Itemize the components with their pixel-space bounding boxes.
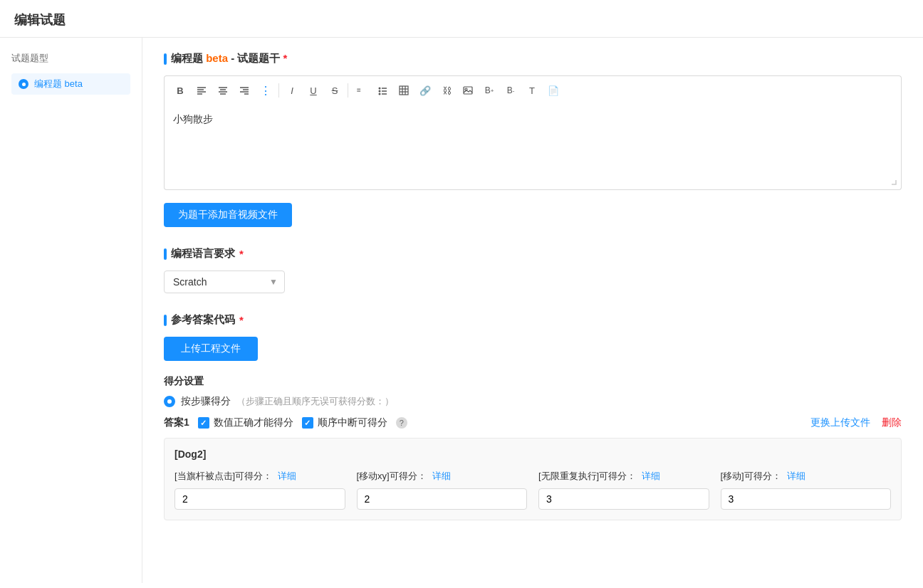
checkbox-correct-icon[interactable]	[198, 417, 209, 429]
score-option-label: 按步骤得分	[181, 395, 231, 408]
score-col-2: [无限重复执行]可得分： 详细	[538, 470, 709, 510]
upload-file-button[interactable]: 上传工程文件	[164, 337, 258, 361]
sidebar-item-coding-beta[interactable]: 编程题 beta	[11, 73, 130, 95]
score-col-header-2: [无限重复执行]可得分： 详细	[538, 470, 709, 483]
score-setting-title: 得分设置	[164, 375, 902, 388]
score-col-label-0: [当旗杆被点击]可得分：	[174, 470, 272, 483]
dog-block-title: [Dog2]	[174, 448, 891, 460]
score-col-header-0: [当旗杆被点击]可得分： 详细	[174, 470, 345, 483]
toolbar-indent[interactable]: ⋮	[256, 80, 276, 100]
toolbar-subscript[interactable]: B-	[501, 80, 521, 100]
question-stem-label: 编程题 beta - 试题题干 *	[171, 52, 287, 65]
score-col-1: [移动xy]可得分： 详细	[357, 470, 528, 510]
section-language: 编程语言要求 * Scratch Python C++ Java ▼	[164, 247, 902, 293]
toolbar-underline[interactable]: U	[303, 80, 323, 100]
question-stem-title: 编程题 beta - 试题题干 *	[164, 52, 902, 65]
main-content: 编程题 beta - 试题题干 * B ⋮ I U S	[142, 38, 923, 583]
page-title: 编辑试题	[14, 11, 909, 28]
score-input-1[interactable]	[357, 488, 528, 510]
toolbar-unordered-list[interactable]	[372, 80, 392, 100]
checkbox-correct-value: 数值正确才能得分	[198, 416, 293, 429]
score-setting: 得分设置 按步骤得分 （步骤正确且顺序无误可获得分数：）	[164, 375, 902, 408]
score-col-header-1: [移动xy]可得分： 详细	[357, 470, 528, 483]
score-detail-link-3[interactable]: 详细	[787, 470, 805, 483]
editor-wrapper: 小狗散步	[164, 105, 902, 190]
score-option-row: 按步骤得分 （步骤正确且顺序无误可获得分数：）	[164, 395, 902, 408]
svg-point-15	[379, 90, 381, 93]
score-input-0[interactable]	[174, 488, 345, 510]
editor-content-area[interactable]: 小狗散步	[164, 105, 902, 190]
score-col-0: [当旗杆被点击]可得分： 详细	[174, 470, 345, 510]
score-input-3[interactable]	[721, 488, 892, 510]
toolbar-unlink[interactable]: ⛓	[437, 80, 457, 100]
checkbox-break-label: 顺序中断可得分	[318, 416, 387, 429]
toolbar-text-format[interactable]: T	[522, 80, 542, 100]
score-col-header-3: [移动]可得分： 详细	[721, 470, 892, 483]
editor-toolbar: B ⋮ I U S ≡	[164, 75, 902, 105]
resize-handle	[890, 179, 900, 189]
score-detail-link-1[interactable]: 详细	[432, 470, 451, 483]
score-option-hint: （步骤正确且顺序无误可获得分数：）	[236, 395, 394, 408]
section-answer-code: 参考答案代码 * 上传工程文件 得分设置 按步骤得分 （步骤正确且顺序无误可获得…	[164, 313, 902, 520]
score-detail-link-0[interactable]: 详细	[278, 470, 296, 483]
sidebar-radio-icon	[19, 79, 28, 89]
score-col-3: [移动]可得分： 详细	[721, 470, 892, 510]
score-col-label-1: [移动xy]可得分：	[357, 470, 427, 483]
toolbar-strikethrough[interactable]: S	[325, 80, 345, 100]
page-header: 编辑试题	[0, 0, 923, 38]
toolbar-link[interactable]: 🔗	[415, 80, 435, 100]
dog-block: [Dog2] [当旗杆被点击]可得分： 详细 [移动xy]可得分： 详细	[164, 438, 902, 520]
add-media-button[interactable]: 为题干添加音视频文件	[164, 203, 292, 227]
sidebar-label: 试题题型	[11, 52, 130, 65]
score-radio-icon	[164, 396, 175, 407]
checkbox-break-order: 顺序中断可得分	[302, 416, 387, 429]
editor-text: 小狗散步	[173, 113, 213, 125]
language-select[interactable]: Scratch Python C++ Java	[164, 271, 285, 293]
toolbar-table[interactable]	[394, 80, 414, 100]
answer-code-title: 参考答案代码 *	[164, 313, 902, 327]
toolbar-image[interactable]	[458, 80, 478, 100]
delete-link[interactable]: 删除	[882, 416, 902, 429]
answer-label: 答案1	[164, 416, 189, 429]
toolbar-align-left[interactable]	[192, 80, 212, 100]
score-input-2[interactable]	[538, 488, 709, 510]
checkbox-break-icon[interactable]	[302, 417, 313, 429]
score-col-label-3: [移动]可得分：	[721, 470, 781, 483]
sidebar-item-label: 编程题 beta	[34, 78, 83, 90]
replace-file-link[interactable]: 更换上传文件	[810, 416, 870, 429]
svg-rect-19	[400, 86, 408, 95]
layout: 试题题型 编程题 beta 编程题 beta - 试题题干 * B	[0, 38, 923, 583]
score-detail-link-2[interactable]: 详细	[642, 470, 660, 483]
toolbar-align-right[interactable]	[234, 80, 254, 100]
toolbar-align-center[interactable]	[213, 80, 233, 100]
svg-text:≡: ≡	[357, 86, 361, 94]
language-title: 编程语言要求 *	[164, 247, 902, 261]
section-question-stem: 编程题 beta - 试题题干 * B ⋮ I U S	[164, 52, 902, 190]
svg-point-13	[379, 88, 381, 90]
action-links: 更换上传文件 删除	[810, 416, 902, 429]
toolbar-sep-1	[278, 83, 279, 98]
toolbar-sep-2	[348, 83, 348, 98]
svg-point-17	[379, 93, 381, 95]
score-grid: [当旗杆被点击]可得分： 详细 [移动xy]可得分： 详细	[174, 470, 891, 510]
toolbar-bold[interactable]: B	[170, 80, 190, 100]
sidebar: 试题题型 编程题 beta	[0, 38, 142, 583]
toolbar-file[interactable]: 📄	[543, 80, 563, 100]
toolbar-italic[interactable]: I	[282, 80, 302, 100]
toolbar-ordered-list[interactable]: ≡	[351, 80, 371, 100]
answer-row: 答案1 数值正确才能得分 顺序中断可得分 ? 更换上传文件 删除	[164, 416, 902, 429]
section-add-media: 为题干添加音视频文件	[164, 203, 902, 227]
help-icon[interactable]: ?	[396, 417, 407, 429]
score-col-label-2: [无限重复执行]可得分：	[538, 470, 636, 483]
language-dropdown-wrapper: Scratch Python C++ Java ▼	[164, 271, 285, 293]
svg-rect-24	[464, 87, 472, 94]
checkbox-correct-label: 数值正确才能得分	[214, 416, 293, 429]
svg-point-25	[465, 88, 467, 90]
toolbar-superscript[interactable]: B+	[479, 80, 499, 100]
